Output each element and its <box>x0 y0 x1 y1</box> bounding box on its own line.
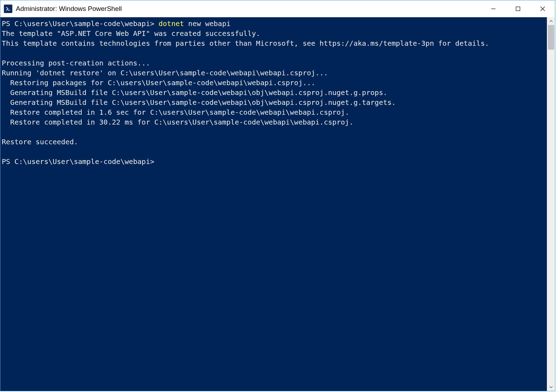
maximize-button[interactable] <box>506 0 530 17</box>
terminal-line <box>2 147 547 157</box>
terminal-output[interactable]: PS C:\users\User\sample-code\webapi> dot… <box>0 17 547 391</box>
scrollbar-track[interactable] <box>547 25 555 383</box>
terminal-body: PS C:\users\User\sample-code\webapi> dot… <box>0 17 555 391</box>
terminal-line: Restoring packages for C:\users\User\sam… <box>2 78 547 88</box>
terminal-line: Restore completed in 1.6 sec for C:\user… <box>2 107 547 117</box>
powershell-window: Administrator: Windows PowerShell PS C:\… <box>0 0 555 391</box>
scrollbar-thumb[interactable] <box>548 25 554 50</box>
vertical-scrollbar[interactable] <box>547 17 555 391</box>
terminal-line: Running 'dotnet restore' on C:\users\Use… <box>2 68 547 78</box>
terminal-line <box>2 48 547 58</box>
terminal-line: Processing post-creation actions... <box>2 58 547 68</box>
window-controls <box>481 0 555 17</box>
svg-rect-2 <box>516 7 520 11</box>
terminal-prompt: PS C:\users\User\sample-code\webapi> <box>2 157 547 166</box>
terminal-line: This template contains technologies from… <box>2 38 547 48</box>
window-title: Administrator: Windows PowerShell <box>16 5 481 13</box>
terminal-line: Restore succeeded. <box>2 137 547 147</box>
terminal-line: Generating MSBuild file C:\users\User\sa… <box>2 97 547 107</box>
terminal-line: The template "ASP.NET Core Web API" was … <box>2 29 547 38</box>
close-button[interactable] <box>530 0 555 17</box>
powershell-icon <box>4 5 12 13</box>
terminal-line <box>2 127 547 137</box>
scroll-down-arrow[interactable] <box>547 383 555 391</box>
terminal-line: PS C:\users\User\sample-code\webapi> dot… <box>2 19 547 29</box>
terminal-line: Generating MSBuild file C:\users\User\sa… <box>2 88 547 97</box>
scroll-up-arrow[interactable] <box>547 17 555 25</box>
minimize-button[interactable] <box>481 0 506 17</box>
titlebar[interactable]: Administrator: Windows PowerShell <box>0 0 555 17</box>
terminal-line: Restore completed in 30.22 ms for C:\use… <box>2 117 547 127</box>
